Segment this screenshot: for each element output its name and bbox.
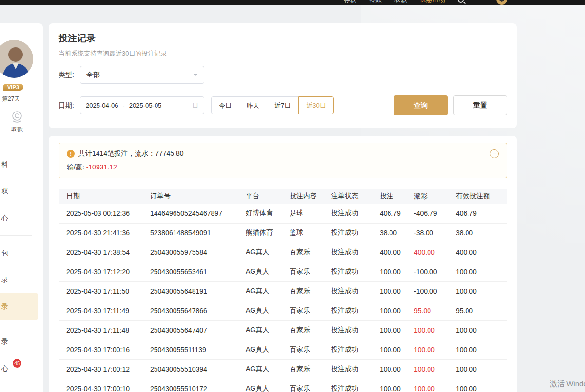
table-row: 2025-04-30 17:11:50250430055648191AG真人百家… <box>58 281 507 301</box>
sidebar-menu-item[interactable]: 心 <box>0 205 38 231</box>
table-cell: 5238061488549091 <box>146 223 242 243</box>
user-avatar[interactable] <box>496 0 507 5</box>
sidebar-menu-item[interactable]: 录 <box>0 328 38 355</box>
activate-watermark: 激活 Windows <box>550 379 585 389</box>
table-cell: 100.00 <box>452 340 507 359</box>
sidebar-menu-item[interactable]: 录 <box>0 266 38 293</box>
type-filter-row: 类型: 全部 <box>58 66 507 84</box>
sidebar-menu-item[interactable]: 双 <box>0 178 38 205</box>
table-cell: 百家乐 <box>286 359 327 379</box>
table-cell: 百家乐 <box>286 379 327 392</box>
table-cell: 投注成功 <box>327 204 376 223</box>
table-cell: 百家乐 <box>286 340 327 359</box>
withdraw-label[interactable]: 取款 <box>11 125 23 133</box>
table-cell: 100.00 <box>410 359 452 379</box>
sidebar-item-label: 录 <box>1 276 8 284</box>
nav-item[interactable]: 转账 <box>369 0 382 4</box>
search-button[interactable]: 查询 <box>394 95 448 115</box>
nav-item[interactable]: 存款 <box>344 0 356 4</box>
table-cell: AG真人 <box>242 359 286 379</box>
quick-range-button[interactable]: 近30日 <box>298 96 333 114</box>
winloss-value: -10931.12 <box>86 163 117 171</box>
quick-range-button[interactable]: 昨天 <box>239 96 267 114</box>
vip-badge: VIP3 <box>3 84 23 91</box>
table-cell: 250430055511139 <box>146 340 242 359</box>
nav-promo-link[interactable]: 优惠活动 <box>420 0 445 4</box>
table-cell: 100.00 <box>452 379 507 392</box>
table-cell: 250430055653461 <box>146 262 242 281</box>
table-cell: 投注成功 <box>327 359 376 379</box>
sidebar-item-label: 心 <box>1 214 8 223</box>
sidebar-menu-item[interactable]: 料 <box>0 151 38 178</box>
table-cell: 100.00 <box>452 281 507 301</box>
table-row: 2025-04-30 17:12:20250430055653461AG真人百家… <box>58 262 507 281</box>
nav-item[interactable]: 取款 <box>394 0 407 4</box>
table-row: 2025-04-30 17:00:16250430055511139AG真人百家… <box>58 340 507 359</box>
table-cell: 100.00 <box>376 320 410 340</box>
table-cell: 百家乐 <box>286 281 327 301</box>
top-navbar: 存款转账取款 优惠活动 <box>0 0 585 5</box>
table-cell: AG真人 <box>242 301 286 320</box>
table-cell: -100.00 <box>410 262 452 281</box>
notification-badge: 45 <box>13 359 21 368</box>
table-cell: 100.00 <box>452 320 507 340</box>
table-cell: AG真人 <box>242 262 286 281</box>
table-cell: 250430055510172 <box>146 379 242 392</box>
chevron-down-icon <box>193 74 198 76</box>
page: 存款转账取款 优惠活动 VIP3 第27天 取款 料双心包录录录心45 <box>0 0 585 392</box>
sidebar-menu-item[interactable]: 录 <box>0 293 38 320</box>
column-header: 注单状态 <box>327 189 376 204</box>
table-cell: AG真人 <box>242 243 286 262</box>
table-cell: 250430055648191 <box>146 281 242 301</box>
main-content: 投注记录 当前系统支持查询最近30日的投注记录 类型: 全部 日期: 2025-… <box>49 23 517 392</box>
quick-range-button[interactable]: 今日 <box>211 96 239 114</box>
page-title: 投注记录 <box>58 32 507 45</box>
sidebar-menu-item[interactable]: 心45 <box>0 355 38 382</box>
quick-range-button[interactable]: 近7日 <box>267 96 298 114</box>
table-cell: 100.00 <box>376 262 410 281</box>
table-cell: 2025-04-30 17:12:20 <box>58 262 146 281</box>
table-cell: 2025-04-30 17:00:10 <box>58 379 146 392</box>
table-cell: 熊猫体育 <box>242 223 286 243</box>
sidebar-item-label: 录 <box>1 302 8 311</box>
table-cell: 95.00 <box>410 301 452 320</box>
type-select-value: 全部 <box>86 71 100 79</box>
table-cell: 投注成功 <box>327 301 376 320</box>
table-cell: AG真人 <box>242 281 286 301</box>
sidebar: VIP3 第27天 取款 料双心包录录录心45 <box>0 23 43 392</box>
table-cell: 250430055975584 <box>146 243 242 262</box>
sidebar-menu-item[interactable]: 包 <box>0 240 38 266</box>
reset-button[interactable]: 重置 <box>453 95 507 115</box>
table-cell: -38.00 <box>410 223 452 243</box>
table-cell: 100.00 <box>410 320 452 340</box>
table-cell: 投注成功 <box>327 243 376 262</box>
summary-panel: ! 共计1414笔投注，流水：77745.80 输/赢: -10931.12 − <box>58 143 507 178</box>
withdraw-icon[interactable] <box>10 110 24 124</box>
table-cell: 400.00 <box>452 243 507 262</box>
table-cell: 投注成功 <box>327 379 376 392</box>
sidebar-item-label: 录 <box>1 337 8 346</box>
table-row: 2025-04-30 17:11:49250430055647866AG真人百家… <box>58 301 507 320</box>
table-header-row: 日期订单号平台投注内容注单状态投注派彩有效投注额 <box>58 189 507 204</box>
type-select[interactable]: 全部 <box>80 66 204 84</box>
records-table: 日期订单号平台投注内容注单状态投注派彩有效投注额 2025-05-03 00:1… <box>58 189 507 392</box>
date-label: 日期: <box>58 101 80 110</box>
table-cell: 2025-04-30 17:00:12 <box>58 359 146 379</box>
collapse-icon[interactable]: − <box>490 149 499 158</box>
column-header: 派彩 <box>410 189 452 204</box>
divider <box>0 324 32 324</box>
table-cell: 2025-04-30 21:41:36 <box>58 223 146 243</box>
date-range-input[interactable]: 2025-04-06 - 2025-05-05 日 <box>80 96 204 114</box>
table-row: 2025-04-30 17:00:12250430055510394AG真人百家… <box>58 359 507 379</box>
vip-day-text: 第27天 <box>2 95 20 103</box>
table-cell: 100.00 <box>410 340 452 359</box>
search-icon[interactable] <box>458 0 464 3</box>
table-cell: 100.00 <box>376 301 410 320</box>
sidebar-item-label: 料 <box>1 160 8 169</box>
info-icon: ! <box>67 150 75 158</box>
calendar-icon: 日 <box>192 101 198 110</box>
table-cell: 100.00 <box>376 379 410 392</box>
winloss-label: 输/赢: <box>67 163 84 171</box>
profile-avatar[interactable] <box>0 40 33 78</box>
table-cell: 百家乐 <box>286 301 327 320</box>
